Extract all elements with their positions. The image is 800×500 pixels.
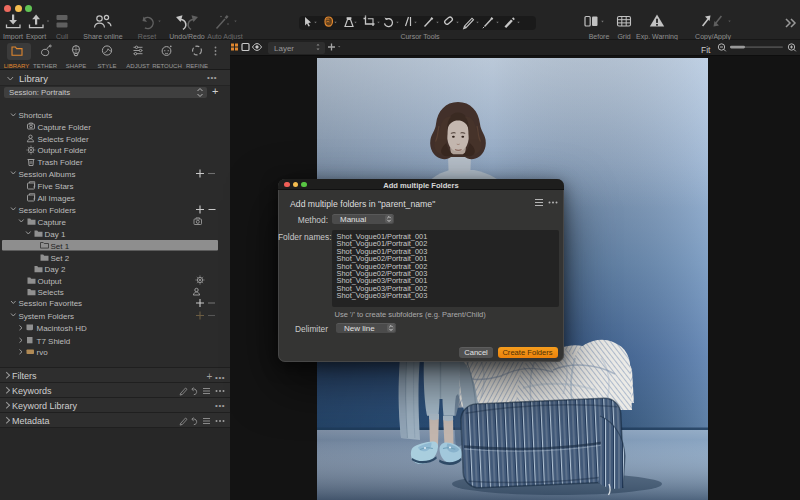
svg-text:Selects Folder: Selects Folder <box>38 135 89 144</box>
svg-text:System Folders: System Folders <box>19 312 75 321</box>
svg-text:Output: Output <box>38 277 63 286</box>
svg-text:Output Folder: Output Folder <box>38 146 87 155</box>
svg-text:Selects: Selects <box>38 288 64 297</box>
svg-text:Session Albums: Session Albums <box>19 170 76 179</box>
svg-text:Day 1: Day 1 <box>45 230 66 239</box>
svg-text:Capture: Capture <box>38 218 67 227</box>
svg-text:T7 Shield: T7 Shield <box>37 337 71 346</box>
svg-text:Set 2: Set 2 <box>51 254 70 263</box>
svg-text:Shortcuts: Shortcuts <box>19 111 53 120</box>
svg-text:Day 2: Day 2 <box>45 265 66 274</box>
svg-text:Capture Folder: Capture Folder <box>38 123 92 132</box>
svg-text:Trash Folder: Trash Folder <box>38 158 83 167</box>
svg-text:Five Stars: Five Stars <box>38 182 74 191</box>
svg-text:All Images: All Images <box>38 194 75 203</box>
svg-text:Set 1: Set 1 <box>51 242 70 251</box>
svg-text:rvo: rvo <box>37 348 49 357</box>
svg-text:Macintosh HD: Macintosh HD <box>37 324 87 333</box>
svg-text:Session Favorites: Session Favorites <box>19 299 83 308</box>
svg-text:Session Folders: Session Folders <box>19 206 76 215</box>
